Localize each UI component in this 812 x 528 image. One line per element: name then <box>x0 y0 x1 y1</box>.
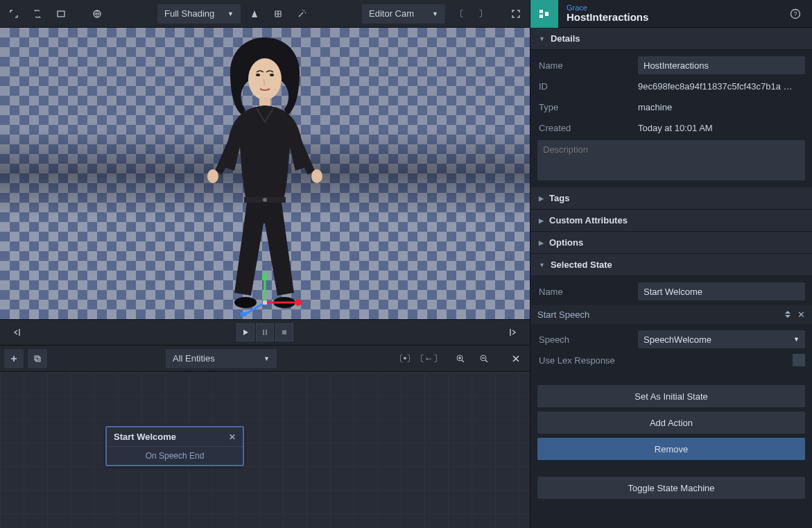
chevron-down-icon: ▼ <box>539 35 545 42</box>
id-label: ID <box>537 81 638 92</box>
section-selected-state[interactable]: ▼ Selected State <box>530 254 812 276</box>
section-custom-attributes[interactable]: ▶ Custom Attributes <box>530 210 812 232</box>
component-tab-icon[interactable] <box>530 0 558 28</box>
created-value: Today at 10:01 AM <box>638 123 805 133</box>
lex-label: Use Lex Response <box>537 355 793 366</box>
node-title: Start Welcome <box>114 432 176 442</box>
aspect-icon[interactable] <box>51 4 71 24</box>
camera-select[interactable]: Editor Cam ▼ <box>362 4 445 24</box>
state-machine-graph[interactable]: Start Welcome ✕ On Speech End <box>0 372 530 528</box>
svg-marker-20 <box>243 330 248 335</box>
stop-button[interactable] <box>275 323 293 341</box>
toggle-state-machine-button[interactable]: Toggle State Machine <box>537 477 805 499</box>
add-action-button[interactable]: Add Action <box>537 411 805 434</box>
chevron-right-icon: ▶ <box>539 195 544 202</box>
svg-marker-33 <box>785 311 791 314</box>
close-panel-icon[interactable] <box>506 349 526 368</box>
svg-rect-0 <box>58 11 64 17</box>
play-button[interactable] <box>236 323 254 341</box>
inspector-title: HostInteractions <box>567 12 777 24</box>
svg-rect-29 <box>539 15 543 18</box>
type-value: machine <box>638 102 805 112</box>
export-icon[interactable] <box>503 323 523 342</box>
svg-text:?: ? <box>793 10 797 17</box>
chevron-down-icon: ▼ <box>793 336 800 343</box>
svg-rect-22 <box>266 330 267 335</box>
chevron-down-icon: ▼ <box>539 262 545 269</box>
viewport-3d[interactable] <box>0 28 530 319</box>
grid-icon[interactable] <box>268 4 288 24</box>
globe-icon[interactable] <box>87 4 107 24</box>
viewport-background <box>0 28 530 319</box>
section-details[interactable]: ▼ Details <box>530 28 812 50</box>
action-title: Start Speech <box>537 309 589 320</box>
svg-rect-24 <box>35 356 39 360</box>
type-label: Type <box>537 102 638 112</box>
zoom-out-icon[interactable] <box>474 349 494 368</box>
wand-icon[interactable] <box>292 4 311 24</box>
section-tags[interactable]: ▶ Tags <box>530 187 812 210</box>
viewport-toolbar: Full Shading ▼ Editor Cam ▼ 〔 〕 <box>0 0 530 28</box>
state-name-label: Name <box>537 287 638 297</box>
node-close-icon[interactable]: ✕ <box>229 432 236 442</box>
shading-mode-label: Full Shading <box>164 8 214 19</box>
id-value: 9ec698fec8a94f11837c5fcf43c7b1a … <box>638 81 805 92</box>
chevron-down-icon: ▼ <box>264 355 270 362</box>
description-input[interactable] <box>537 140 805 180</box>
help-icon[interactable]: ? <box>786 4 805 24</box>
lex-checkbox[interactable] <box>793 354 805 366</box>
add-button[interactable] <box>4 349 24 368</box>
camera-label: Editor Cam <box>369 8 414 19</box>
entity-filter-select[interactable]: All Entities ▼ <box>166 349 277 368</box>
focus-in-icon[interactable]: 〔•〕 <box>395 349 415 368</box>
name-input[interactable] <box>638 56 805 74</box>
name-label: Name <box>537 60 638 71</box>
svg-rect-30 <box>545 12 548 16</box>
svg-rect-21 <box>263 330 264 335</box>
remove-action-icon[interactable]: ✕ <box>797 309 805 320</box>
duplicate-button[interactable] <box>28 349 47 368</box>
bracket-left-icon[interactable]: 〔 <box>449 4 469 24</box>
chevron-down-icon: ▼ <box>227 10 234 17</box>
svg-rect-23 <box>282 330 286 334</box>
frame-selection-icon[interactable] <box>4 4 24 24</box>
svg-rect-28 <box>539 10 543 13</box>
sync-icon[interactable] <box>28 4 47 24</box>
state-node[interactable]: Start Welcome ✕ On Speech End <box>105 426 244 466</box>
node-transition[interactable]: On Speech End <box>107 447 243 465</box>
lighting-icon[interactable] <box>245 4 264 24</box>
shading-mode-select[interactable]: Full Shading ▼ <box>157 4 241 24</box>
state-name-input[interactable] <box>638 282 805 300</box>
remove-button[interactable]: Remove <box>537 438 805 460</box>
pause-button[interactable] <box>256 323 274 341</box>
inspector-header: Grace HostInteractions ? <box>530 0 812 28</box>
panel-collapse-left-icon[interactable] <box>7 323 26 342</box>
entity-filter-label: All Entities <box>173 353 215 364</box>
focus-out-icon[interactable]: 〔←〕 <box>419 349 438 368</box>
speech-label: Speech <box>537 334 638 345</box>
chevron-right-icon: ▶ <box>539 217 544 224</box>
chevron-right-icon: ▶ <box>539 239 544 246</box>
fullscreen-icon[interactable] <box>506 4 526 24</box>
set-initial-state-button[interactable]: Set As Initial State <box>537 385 805 407</box>
drag-handle-icon[interactable] <box>784 309 792 320</box>
play-bar <box>0 319 530 346</box>
svg-rect-25 <box>36 357 40 361</box>
svg-marker-34 <box>785 315 791 318</box>
action-header: Start Speech ✕ <box>530 305 812 324</box>
created-label: Created <box>537 123 638 133</box>
section-options[interactable]: ▶ Options <box>530 232 812 254</box>
chevron-down-icon: ▼ <box>432 10 438 17</box>
zoom-in-icon[interactable] <box>451 349 470 368</box>
graph-toolbar: All Entities ▼ 〔•〕 〔←〕 <box>0 346 530 372</box>
speech-select[interactable]: SpeechWelcome ▼ <box>638 330 805 348</box>
bracket-right-icon[interactable]: 〕 <box>473 4 492 24</box>
